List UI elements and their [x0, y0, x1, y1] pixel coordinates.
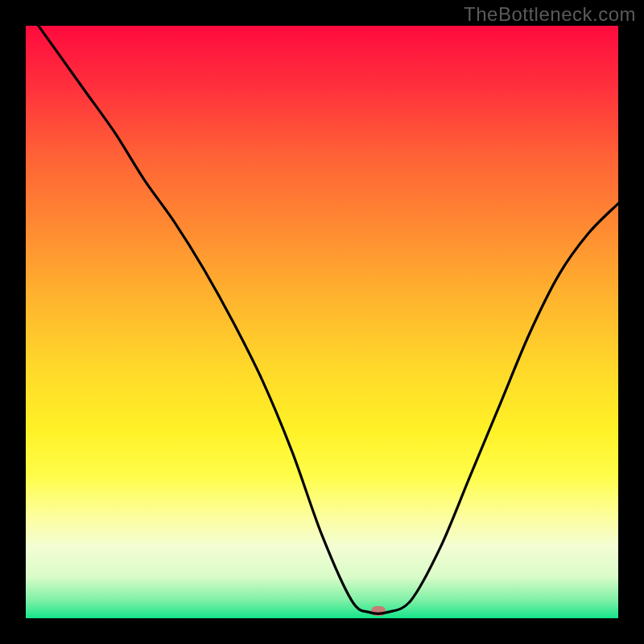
watermark-text: TheBottleneck.com — [464, 3, 636, 26]
chart-canvas: TheBottleneck.com — [0, 0, 644, 644]
bottleneck-curve — [26, 26, 618, 613]
curve-svg — [26, 26, 618, 618]
plot-area — [26, 26, 618, 618]
